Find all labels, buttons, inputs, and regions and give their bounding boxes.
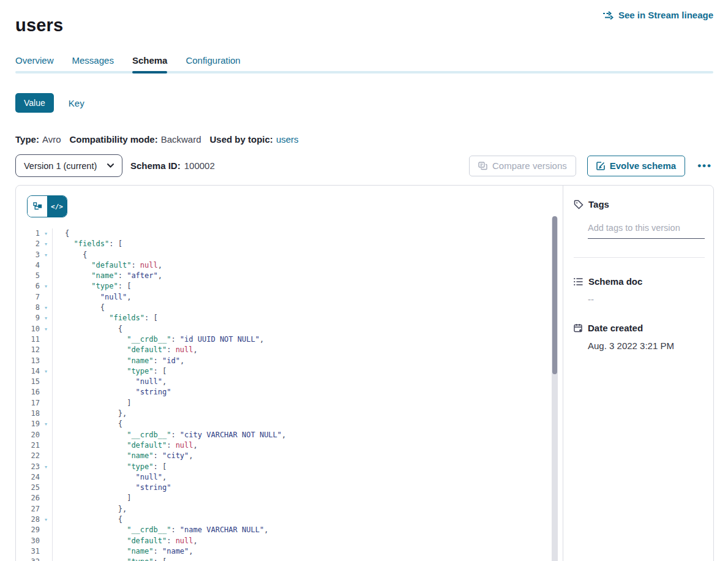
schema-id-value: 100002 <box>184 160 215 171</box>
collapse-caret-icon[interactable]: ▾ <box>40 324 52 334</box>
stream-lineage-icon <box>602 11 614 20</box>
collapse-caret-icon[interactable]: ▾ <box>40 303 52 313</box>
collapse-caret-icon[interactable]: ▾ <box>40 239 52 249</box>
line-number: 26 <box>16 493 40 503</box>
code-line: 11 "__crdb__": "id UUID NOT NULL", <box>16 334 563 345</box>
code-view-icon: </> <box>51 203 63 211</box>
tags-section-header: Tags <box>574 199 705 209</box>
code-line: 22 "name": "city", <box>16 451 563 461</box>
line-gutter: 23▾ <box>16 462 53 472</box>
schema-doc-section: Schema doc -- <box>574 276 705 304</box>
collapse-caret-icon[interactable]: ▾ <box>40 250 52 260</box>
more-options-button[interactable]: ••• <box>696 160 713 172</box>
collapse-caret-icon[interactable]: ▾ <box>40 514 52 525</box>
line-gutter: 9▾ <box>16 313 53 323</box>
line-gutter: 8▾ <box>16 303 53 313</box>
caret-spacer <box>40 292 52 303</box>
add-tags-input[interactable] <box>588 223 705 239</box>
line-gutter: 18 <box>16 409 53 419</box>
code-content: }, <box>53 504 127 514</box>
line-number: 28 <box>16 514 40 525</box>
value-tab-button[interactable]: Value <box>15 93 54 113</box>
compare-versions-button[interactable]: Compare versions <box>469 156 576 176</box>
schema-doc-title: Schema doc <box>588 276 642 287</box>
topic-link[interactable]: users <box>276 134 299 145</box>
see-in-stream-lineage-link[interactable]: See in Stream lineage <box>602 10 713 20</box>
line-number: 12 <box>16 345 40 355</box>
collapse-caret-icon[interactable]: ▾ <box>40 281 52 292</box>
chevron-down-icon <box>107 164 114 168</box>
line-gutter: 14▾ <box>16 366 53 377</box>
code-content: ] <box>53 493 131 503</box>
evolve-schema-button[interactable]: Evolve schema <box>587 156 685 176</box>
collapse-caret-icon[interactable]: ▾ <box>40 366 52 377</box>
code-content: "__crdb__": "id UUID NOT NULL", <box>53 334 264 345</box>
line-number: 5 <box>16 271 40 281</box>
line-number: 7 <box>16 292 40 303</box>
code-content: "null", <box>53 292 131 303</box>
caret-spacer <box>40 377 52 387</box>
code-content: { <box>53 228 69 239</box>
tab-messages[interactable]: Messages <box>72 51 114 73</box>
value-key-toggle: Value Key <box>15 93 84 113</box>
schema-doc-value: -- <box>588 294 705 304</box>
line-number: 11 <box>16 334 40 345</box>
code-content: "name": "name", <box>53 546 193 557</box>
collapse-caret-icon[interactable]: ▾ <box>40 462 52 472</box>
caret-spacer <box>40 345 52 355</box>
caret-spacer <box>40 430 52 440</box>
code-line: 29 "__crdb__": "name VARCHAR NULL", <box>16 525 563 535</box>
calendar-icon <box>574 323 583 333</box>
caret-spacer <box>40 440 52 451</box>
tab-overview[interactable]: Overview <box>15 51 54 73</box>
code-line: 30 "default": null, <box>16 536 563 546</box>
tab-configuration[interactable]: Configuration <box>186 51 240 73</box>
code-content: "default": null, <box>53 345 198 355</box>
page-title: users <box>15 15 63 36</box>
code-line: 9▾ "fields": [ <box>16 313 563 323</box>
code-view-button[interactable]: </> <box>47 196 67 217</box>
line-number: 1 <box>16 228 40 239</box>
collapse-caret-icon[interactable]: ▾ <box>40 557 52 561</box>
tree-view-icon <box>33 202 42 211</box>
code-content: "__crdb__": "name VARCHAR NULL", <box>53 525 268 535</box>
tab-schema[interactable]: Schema <box>132 51 168 73</box>
meta-item: Compatibility mode:Backward <box>69 134 201 145</box>
code-lines: 1▾{2▾ "fields": [3▾ {4 "default": null,5… <box>16 216 563 561</box>
scrollbar-thumb[interactable] <box>552 216 557 374</box>
line-gutter: 22 <box>16 451 53 461</box>
caret-spacer <box>40 472 52 483</box>
date-created-section: Date created Aug. 3 2022 3:21 PM <box>574 323 705 351</box>
tree-view-button[interactable] <box>28 196 47 217</box>
code-content: "null", <box>53 377 167 387</box>
version-select[interactable]: Version 1 (current) <box>15 154 122 177</box>
collapse-caret-icon[interactable]: ▾ <box>40 313 52 323</box>
code-line: 3▾ { <box>16 250 563 260</box>
line-gutter: 20 <box>16 430 53 440</box>
caret-spacer <box>40 451 52 461</box>
date-created-title: Date created <box>588 323 643 333</box>
code-line: 28▾ { <box>16 514 563 525</box>
line-number: 2 <box>16 239 40 249</box>
vertical-scrollbar[interactable] <box>552 216 558 561</box>
code-line: 13 "name": "id", <box>16 356 563 366</box>
code-line: 4 "default": null, <box>16 260 563 271</box>
collapse-caret-icon[interactable]: ▾ <box>40 419 52 429</box>
collapse-caret-icon[interactable]: ▾ <box>40 228 52 239</box>
code-line: 24 "null", <box>16 472 563 483</box>
line-gutter: 12 <box>16 345 53 355</box>
evolve-schema-label: Evolve schema <box>610 160 676 171</box>
line-number: 3 <box>16 250 40 260</box>
line-number: 32 <box>16 557 40 561</box>
line-gutter: 5 <box>16 271 53 281</box>
sidebar-divider <box>574 257 705 258</box>
schema-page: users See in Stream lineage OverviewMess… <box>0 0 728 561</box>
doc-list-icon <box>574 277 584 286</box>
schema-json-viewer[interactable]: 1▾{2▾ "fields": [3▾ {4 "default": null,5… <box>16 216 563 561</box>
tag-icon <box>574 200 584 209</box>
edit-pencil-icon <box>596 162 605 170</box>
line-gutter: 17 <box>16 398 53 409</box>
line-gutter: 27 <box>16 504 53 514</box>
code-line: 31 "name": "name", <box>16 546 563 557</box>
key-tab-button[interactable]: Key <box>69 98 84 108</box>
